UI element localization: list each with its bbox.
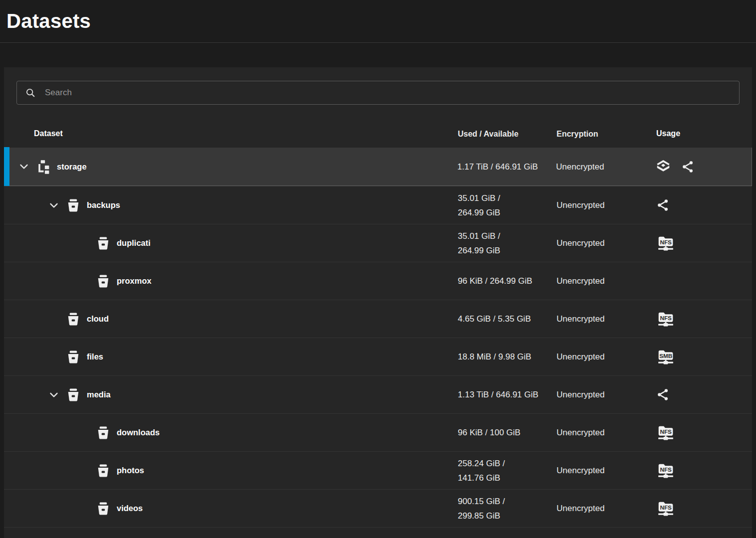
table-row[interactable]: downloads 96 KiB / 100 GiB Unencrypted N… <box>4 413 752 451</box>
dataset-name: storage <box>57 162 87 172</box>
table-row[interactable]: storage 1.17 TiB / 646.91 GiB Unencrypte… <box>4 148 752 186</box>
svg-text:NFS: NFS <box>660 428 672 435</box>
dataset-name: files <box>87 352 103 361</box>
used-available-value: 4.65 GiB / 5.35 GiB <box>453 312 553 326</box>
dataset-icon <box>96 236 111 251</box>
used-available-value: 1.17 TiB / 646.91 GiB <box>452 160 552 174</box>
apps-icon <box>656 159 671 174</box>
used-available-value: 96 KiB / 264.99 GiB <box>453 274 553 288</box>
encryption-value: Unencrypted <box>553 236 652 250</box>
used-available-value: 18.8 MiB / 9.98 GiB <box>453 350 553 364</box>
dataset-name: videos <box>117 504 143 513</box>
share-icon <box>656 388 670 401</box>
encryption-value: Unencrypted <box>553 274 652 288</box>
dataset-rows: storage 1.17 TiB / 646.91 GiB Unencrypte… <box>4 148 752 538</box>
usage-icons: NFS <box>652 461 752 481</box>
svg-text:NFS: NFS <box>660 315 672 321</box>
dataset-icon <box>66 387 81 402</box>
chevron-down-icon[interactable] <box>17 160 30 173</box>
encryption-value: Unencrypted <box>553 387 652 402</box>
page-header: Datasets <box>0 0 756 43</box>
search-box[interactable] <box>16 81 740 105</box>
dataset-name: cloud <box>87 314 109 324</box>
nfs-share-icon: NFS <box>656 233 675 253</box>
dataset-cell: storage <box>4 148 452 185</box>
used-available-value: 258.24 GiB / 141.76 GiB <box>453 456 553 485</box>
dataset-cell: duplicati <box>4 224 453 262</box>
dataset-cell: videos <box>4 490 453 527</box>
usage-icons <box>652 159 752 174</box>
dataset-icon <box>66 198 81 213</box>
used-available-value: 35.01 GiB / 264.99 GiB <box>453 191 553 220</box>
search-section <box>4 67 752 120</box>
column-header-encryption: Encryption <box>553 127 652 141</box>
dataset-icon <box>96 501 111 516</box>
table-row[interactable]: backups 35.01 GiB / 264.99 GiB Unencrypt… <box>4 186 752 224</box>
table-row-partial <box>4 527 752 538</box>
encryption-value: Unencrypted <box>553 312 652 326</box>
nfs-share-icon: NFS <box>656 309 675 329</box>
encryption-value: Unencrypted <box>553 463 652 478</box>
encryption-value: Unencrypted <box>552 160 652 174</box>
dataset-name: photos <box>117 466 144 475</box>
usage-icons: SMB <box>652 347 752 367</box>
dataset-name: proxmox <box>117 276 152 286</box>
dataset-icon <box>96 463 111 478</box>
used-available-value: 900.15 GiB / 299.85 GiB <box>453 494 553 523</box>
usage-icons: NFS <box>652 423 752 443</box>
dataset-tree-icon <box>36 159 51 174</box>
chevron-down-icon[interactable] <box>47 199 60 212</box>
table-row[interactable]: files 18.8 MiB / 9.98 GiB Unencrypted SM… <box>4 338 752 375</box>
dataset-cell: proxmox <box>4 262 453 300</box>
svg-text:SMB: SMB <box>659 353 672 359</box>
dataset-name: downloads <box>117 428 160 437</box>
dataset-name: duplicati <box>117 238 151 248</box>
usage-icons <box>652 388 752 401</box>
table-row[interactable]: duplicati 35.01 GiB / 264.99 GiB Unencry… <box>4 224 752 262</box>
svg-text:NFS: NFS <box>660 239 672 245</box>
dataset-cell: media <box>4 376 453 413</box>
chevron-down-icon[interactable] <box>47 388 60 401</box>
table-row[interactable]: proxmox 96 KiB / 264.99 GiB Unencrypted <box>4 262 752 300</box>
dataset-icon <box>96 425 111 440</box>
svg-text:NFS: NFS <box>660 466 672 473</box>
encryption-value: Unencrypted <box>553 501 652 516</box>
table-row[interactable]: videos 900.15 GiB / 299.85 GiB Unencrypt… <box>4 489 752 527</box>
dataset-icon <box>66 312 81 327</box>
encryption-value: Unencrypted <box>553 198 652 212</box>
dataset-name: media <box>87 390 111 399</box>
table-row[interactable]: photos 258.24 GiB / 141.76 GiB Unencrypt… <box>4 451 752 489</box>
table-row[interactable]: cloud 4.65 GiB / 5.35 GiB Unencrypted NF… <box>4 300 752 338</box>
nfs-share-icon: NFS <box>656 423 675 443</box>
column-header-used-available: Used / Available <box>453 127 553 141</box>
page-title: Datasets <box>6 10 91 32</box>
used-available-value: 35.01 GiB / 264.99 GiB <box>453 229 553 258</box>
datasets-panel: Dataset Used / Available Encryption Usag… <box>4 67 752 538</box>
encryption-value: Unencrypted <box>553 350 652 364</box>
share-icon <box>681 160 695 174</box>
usage-icons: NFS <box>652 233 752 253</box>
usage-icons: NFS <box>652 309 752 329</box>
column-header-usage: Usage <box>652 129 752 138</box>
usage-icons <box>652 198 752 212</box>
dataset-cell: cloud <box>4 300 453 338</box>
nfs-share-icon: NFS <box>656 499 675 519</box>
usage-icons: NFS <box>652 499 752 519</box>
smb-share-icon: SMB <box>656 347 675 367</box>
search-icon <box>25 87 36 98</box>
search-input[interactable] <box>44 87 731 98</box>
dataset-icon <box>96 274 111 289</box>
used-available-value: 96 KiB / 100 GiB <box>453 425 553 440</box>
table-row[interactable]: media 1.13 TiB / 646.91 GiB Unencrypted <box>4 375 752 413</box>
table-header: Dataset Used / Available Encryption Usag… <box>4 120 752 148</box>
dataset-cell: files <box>4 338 453 375</box>
nfs-share-icon: NFS <box>656 461 675 481</box>
svg-text:NFS: NFS <box>660 504 672 511</box>
dataset-icon <box>66 350 81 364</box>
column-header-dataset: Dataset <box>4 129 453 138</box>
encryption-value: Unencrypted <box>553 425 652 440</box>
dataset-cell: backups <box>4 186 453 224</box>
dataset-name: backups <box>87 200 120 210</box>
share-icon <box>656 198 670 212</box>
used-available-value: 1.13 TiB / 646.91 GiB <box>453 387 553 402</box>
